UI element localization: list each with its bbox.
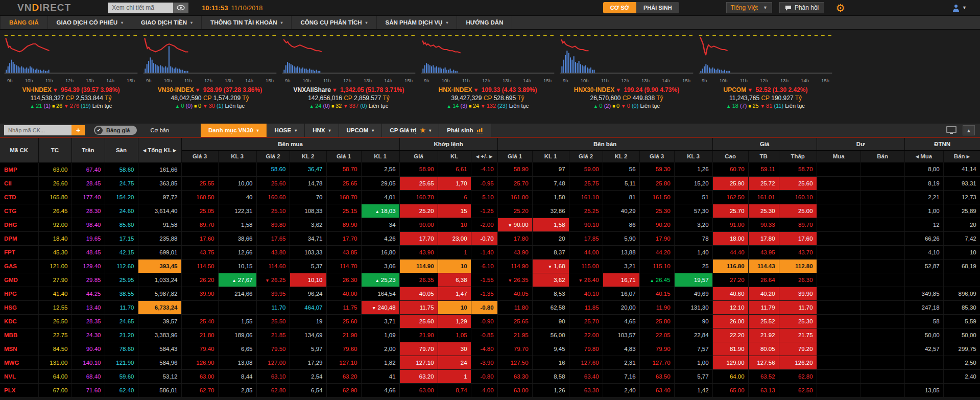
- data-cell[interactable]: 26.60: [38, 176, 71, 190]
- data-cell[interactable]: [817, 204, 861, 218]
- data-cell[interactable]: [904, 273, 943, 287]
- data-cell[interactable]: 3,20: [674, 218, 712, 231]
- data-cell[interactable]: 10: [943, 245, 980, 259]
- data-cell[interactable]: 40.10: [569, 287, 603, 300]
- data-cell[interactable]: 81.90: [712, 342, 748, 356]
- data-cell[interactable]: 43.95: [748, 245, 779, 259]
- symbol-search-input[interactable]: [108, 3, 173, 13]
- data-cell[interactable]: 53,12: [138, 369, 181, 383]
- data-cell[interactable]: [817, 342, 861, 356]
- data-cell[interactable]: 90: [532, 314, 569, 328]
- data-cell[interactable]: 24.75: [105, 176, 138, 190]
- data-cell[interactable]: 235,88: [138, 231, 181, 245]
- data-cell[interactable]: 25.50: [256, 314, 290, 328]
- data-cell[interactable]: 1: [438, 369, 471, 383]
- data-cell[interactable]: 79.60: [326, 342, 361, 356]
- data-cell[interactable]: -0.70: [471, 231, 497, 245]
- data-cell[interactable]: 25.05: [181, 204, 218, 218]
- data-cell[interactable]: 116.80: [712, 259, 748, 273]
- data-cell[interactable]: 79.70: [399, 342, 438, 356]
- data-cell[interactable]: 58.70: [779, 162, 817, 176]
- add-symbol-input[interactable]: [4, 125, 71, 135]
- data-cell[interactable]: 25.90: [712, 176, 748, 190]
- data-cell[interactable]: 26.50: [38, 314, 71, 328]
- data-cell[interactable]: 1,26: [532, 383, 569, 397]
- data-cell[interactable]: 9,45: [532, 342, 569, 356]
- data-cell[interactable]: 58.90: [497, 162, 532, 176]
- data-cell[interactable]: 63.40: [569, 369, 603, 383]
- data-cell[interactable]: 12,73: [943, 190, 980, 204]
- data-cell[interactable]: 25.30: [779, 314, 817, 328]
- data-cell[interactable]: 41: [361, 369, 399, 383]
- data-cell[interactable]: 58.90: [399, 162, 438, 176]
- data-cell[interactable]: 17.70: [326, 231, 361, 245]
- data-cell[interactable]: [861, 176, 904, 190]
- data-cell[interactable]: 17.15: [105, 231, 138, 245]
- symbol-cell[interactable]: NVL: [0, 369, 38, 383]
- data-cell[interactable]: 63.20: [399, 369, 438, 383]
- data-cell[interactable]: 1,05: [438, 328, 471, 342]
- data-cell[interactable]: 70: [290, 190, 326, 204]
- tab-upcom[interactable]: UPCOM▾: [339, 124, 383, 137]
- feedback-button[interactable]: Phản hồi: [779, 2, 824, 13]
- data-cell[interactable]: ▼1,68: [532, 259, 569, 273]
- data-cell[interactable]: [817, 162, 861, 176]
- data-cell[interactable]: 129.00: [712, 356, 748, 369]
- data-cell[interactable]: 160.10: [779, 190, 817, 204]
- data-cell[interactable]: 25.20: [399, 204, 438, 218]
- data-cell[interactable]: 3,62: [290, 218, 326, 231]
- data-cell[interactable]: 23,00: [438, 231, 471, 245]
- data-cell[interactable]: -1.40: [471, 245, 497, 259]
- data-cell[interactable]: [861, 273, 904, 287]
- data-cell[interactable]: 21.80: [181, 328, 218, 342]
- data-cell[interactable]: 122,31: [218, 204, 256, 218]
- gear-icon[interactable]: ⚙: [835, 3, 845, 13]
- data-cell[interactable]: [817, 259, 861, 273]
- data-cell[interactable]: 8,19: [904, 176, 943, 190]
- data-cell[interactable]: 48.45: [71, 245, 105, 259]
- data-cell[interactable]: 39.95: [256, 287, 290, 300]
- data-cell[interactable]: 464,07: [290, 300, 326, 314]
- data-cell[interactable]: 68,19: [943, 259, 980, 273]
- data-cell[interactable]: -6.10: [471, 259, 497, 273]
- data-cell[interactable]: 154.20: [105, 190, 138, 204]
- data-cell[interactable]: [817, 273, 861, 287]
- data-cell[interactable]: 1,55: [218, 314, 256, 328]
- data-cell[interactable]: 11.70: [256, 300, 290, 314]
- data-cell[interactable]: 112.60: [105, 259, 138, 273]
- data-cell[interactable]: 40.60: [712, 287, 748, 300]
- data-cell[interactable]: 13,88: [603, 245, 639, 259]
- data-cell[interactable]: 7,42: [943, 231, 980, 245]
- data-cell[interactable]: 1,00: [904, 204, 943, 218]
- data-cell[interactable]: 12.55: [38, 300, 71, 314]
- data-cell[interactable]: 43.70: [779, 245, 817, 259]
- data-cell[interactable]: 25.70: [497, 176, 532, 190]
- data-cell[interactable]: 79.40: [181, 342, 218, 356]
- data-cell[interactable]: [181, 300, 218, 314]
- data-cell[interactable]: 39.90: [181, 287, 218, 300]
- data-cell[interactable]: 22.75: [38, 328, 71, 342]
- data-cell[interactable]: 58.70: [326, 162, 361, 176]
- data-cell[interactable]: 21.20: [105, 328, 138, 342]
- data-cell[interactable]: 24: [438, 356, 471, 369]
- data-cell[interactable]: 79.70: [497, 342, 532, 356]
- data-cell[interactable]: 32,86: [532, 204, 569, 218]
- data-cell[interactable]: 93,31: [943, 176, 980, 190]
- data-cell[interactable]: 11.80: [497, 300, 532, 314]
- col-header-◂ Mua[interactable]: ◂ Mua: [904, 150, 943, 162]
- data-cell[interactable]: 5,77: [674, 369, 712, 383]
- data-cell[interactable]: 78: [674, 231, 712, 245]
- data-cell[interactable]: 26.00: [712, 314, 748, 328]
- data-cell[interactable]: ▲25,23: [361, 273, 399, 287]
- data-cell[interactable]: [817, 356, 861, 369]
- data-cell[interactable]: 363,85: [138, 176, 181, 190]
- data-cell[interactable]: 11.70: [105, 300, 138, 314]
- data-cell[interactable]: 19: [290, 314, 326, 328]
- tab-hose[interactable]: HOSE▾: [267, 124, 305, 137]
- base-market-button[interactable]: CƠ SỞ: [603, 2, 636, 13]
- data-cell[interactable]: 25.30: [639, 204, 674, 218]
- symbol-cell[interactable]: CII: [0, 176, 38, 190]
- data-cell[interactable]: 11.75: [399, 300, 438, 314]
- data-cell[interactable]: 2,40: [943, 369, 980, 383]
- data-cell[interactable]: 25.10: [256, 204, 290, 218]
